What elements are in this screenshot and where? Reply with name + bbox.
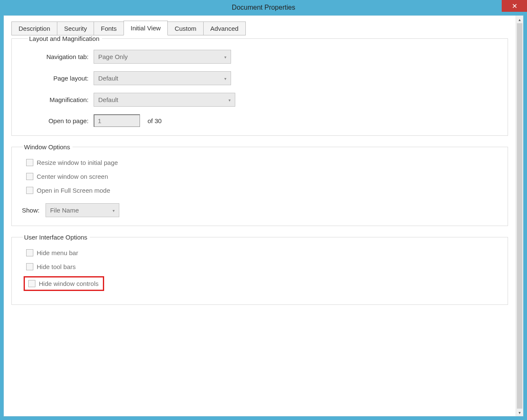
label-open-to-page: Open to page: (26, 117, 94, 124)
label-page-layout: Page layout: (26, 75, 94, 82)
tabbar: Description Security Fonts Initial View … (11, 21, 508, 35)
label-fullscreen: Open in Full Screen mode (37, 187, 110, 194)
dropdown-navigation-tab[interactable]: Page Only ▾ (94, 50, 231, 64)
close-icon: ✕ (512, 2, 517, 10)
layout-legend: Layout and Magnification (28, 35, 102, 42)
checkbox-fullscreen[interactable] (26, 187, 33, 194)
scrollbar-thumb[interactable] (517, 23, 522, 409)
input-open-value: 1 (98, 117, 101, 124)
label-center-window: Center window on screen (37, 173, 108, 180)
window-title: Document Properties (232, 4, 295, 11)
row-resize-window: Resize window to initial page (21, 159, 498, 166)
dropdown-magnification[interactable]: Default ▾ (94, 93, 235, 107)
row-magnification: Magnification: Default ▾ (26, 93, 498, 107)
ui-options-legend: User Interface Options (23, 234, 90, 241)
label-hide-tool: Hide tool bars (37, 263, 76, 270)
dropdown-show-value: File Name (50, 207, 79, 214)
tab-fonts[interactable]: Fonts (94, 22, 124, 35)
row-open-to-page: Open to page: 1 of 30 (26, 114, 498, 127)
label-magnification: Magnification: (26, 96, 94, 103)
row-hide-tool: Hide tool bars (21, 263, 498, 270)
close-button[interactable]: ✕ (502, 0, 527, 12)
label-hide-menu: Hide menu bar (37, 249, 78, 256)
label-show: Show: (22, 207, 40, 214)
chevron-down-icon: ▾ (229, 97, 231, 102)
input-open-to-page[interactable]: 1 (94, 114, 140, 127)
chevron-down-icon: ▾ (113, 208, 115, 213)
dropdown-magnification-value: Default (98, 96, 118, 103)
tab-custom[interactable]: Custom (167, 22, 204, 35)
label-resize-window: Resize window to initial page (37, 159, 118, 166)
dropdown-page-layout[interactable]: Default ▾ (94, 71, 231, 85)
scroll-down-icon[interactable]: ▾ (516, 409, 523, 416)
row-fullscreen: Open in Full Screen mode (21, 187, 498, 194)
row-hide-menu: Hide menu bar (21, 249, 498, 256)
window-body: Description Security Fonts Initial View … (3, 15, 524, 417)
checkbox-resize-window[interactable] (26, 159, 33, 166)
dropdown-navigation-value: Page Only (98, 53, 128, 60)
row-page-layout: Page layout: Default ▾ (26, 71, 498, 85)
of-text: of 30 (148, 117, 161, 124)
window-options-group: Window Options Resize window to initial … (11, 143, 508, 226)
checkbox-hide-menu[interactable] (26, 249, 33, 256)
dropdown-show[interactable]: File Name ▾ (46, 203, 119, 217)
chevron-down-icon: ▾ (224, 54, 226, 59)
tab-description[interactable]: Description (11, 22, 57, 35)
window-options-legend: Window Options (23, 143, 73, 151)
chevron-down-icon: ▾ (224, 76, 226, 81)
row-navigation-tab: Navigation tab: Page Only ▾ (26, 50, 498, 64)
checkbox-hide-tool[interactable] (26, 263, 33, 270)
label-navigation-tab: Navigation tab: (26, 53, 94, 60)
tab-initial-view[interactable]: Initial View (124, 21, 168, 35)
scroll-up-icon[interactable]: ▴ (516, 16, 523, 23)
ui-options-group: User Interface Options Hide menu bar Hid… (11, 234, 508, 305)
titlebar: Document Properties ✕ (0, 0, 527, 15)
checkbox-hide-controls[interactable] (28, 280, 35, 287)
content-area: Description Security Fonts Initial View … (4, 16, 516, 416)
vertical-scrollbar[interactable]: ▴ ▾ (516, 16, 523, 416)
row-center-window: Center window on screen (21, 173, 498, 180)
highlighted-hide-controls: Hide window controls (24, 276, 104, 291)
checkbox-center-window[interactable] (26, 173, 33, 180)
row-show: Show: File Name ▾ (21, 203, 498, 217)
dropdown-page-layout-value: Default (98, 75, 118, 82)
tab-security[interactable]: Security (57, 22, 94, 35)
label-hide-controls: Hide window controls (39, 280, 99, 287)
tab-advanced[interactable]: Advanced (203, 22, 246, 35)
layout-magnification-group: Layout and Magnification Navigation tab:… (11, 35, 508, 136)
